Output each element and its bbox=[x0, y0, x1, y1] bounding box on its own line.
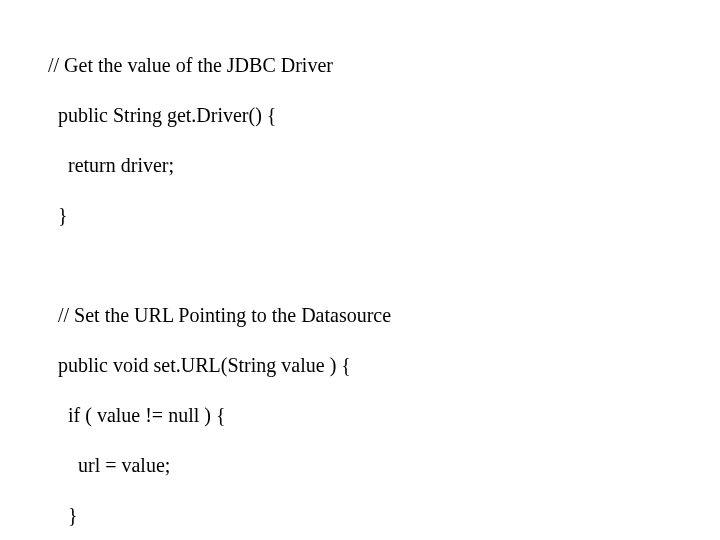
code-line: public String get.Driver() { bbox=[48, 103, 720, 128]
code-line: if ( value != null ) { bbox=[48, 403, 720, 428]
code-block: // Get the value of the JDBC Driver publ… bbox=[0, 0, 720, 540]
code-line: } bbox=[48, 203, 720, 228]
code-line: url = value; bbox=[48, 453, 720, 478]
code-line: return driver; bbox=[48, 153, 720, 178]
code-line: // Get the value of the JDBC Driver bbox=[48, 53, 720, 78]
blank-line bbox=[48, 253, 720, 278]
code-line: // Set the URL Pointing to the Datasourc… bbox=[48, 303, 720, 328]
code-line: public void set.URL(String value ) { bbox=[48, 353, 720, 378]
code-line: } bbox=[48, 503, 720, 528]
